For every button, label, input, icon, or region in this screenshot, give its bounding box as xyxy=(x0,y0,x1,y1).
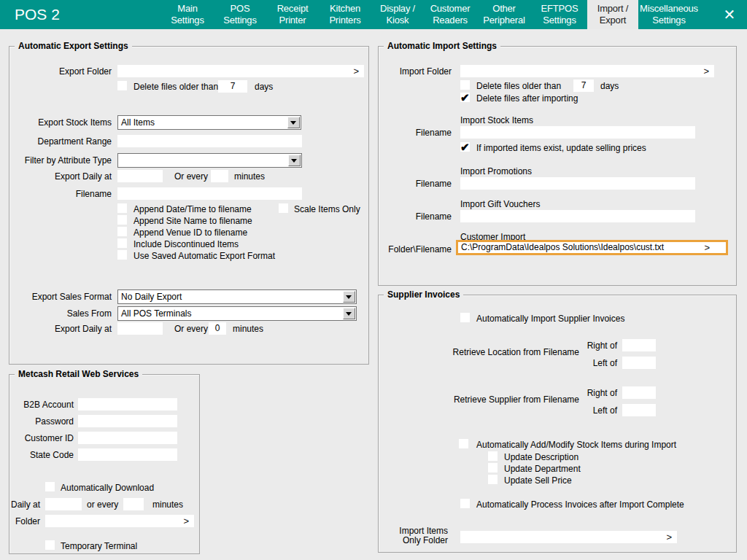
export-folder-field[interactable]: > xyxy=(117,65,364,77)
tab-other-peripheral[interactable]: Other Peripheral xyxy=(476,0,532,29)
location-right-of-label: Right of xyxy=(548,341,617,351)
export-daily-time-field[interactable] xyxy=(117,170,163,182)
stock-filename-field[interactable] xyxy=(460,126,695,139)
delete-files-older-checkbox[interactable] xyxy=(117,81,127,90)
daily-at-field[interactable] xyxy=(45,498,82,510)
auto-add-modify-checkbox[interactable] xyxy=(459,439,468,448)
or-every-minutes-field[interactable] xyxy=(211,170,228,182)
group-title: Supplier Invoices xyxy=(384,289,463,300)
import-delete-older-label: Delete files older than xyxy=(476,81,561,91)
append-datetime-checkbox[interactable] xyxy=(117,203,127,213)
export-stock-items-dropdown[interactable]: All Items xyxy=(117,115,301,130)
import-delete-older-checkbox[interactable] xyxy=(460,80,470,90)
filter-attribute-dropdown[interactable] xyxy=(117,153,302,168)
customer-import-field[interactable]: C:\ProgramData\Idealpos Solutions\Idealp… xyxy=(456,240,728,255)
group-automatic-export-settings: Automatic Export Settings Export Folder … xyxy=(9,46,369,365)
dropdown-arrow-icon[interactable] xyxy=(287,117,300,128)
daily-at-label: Daily at xyxy=(11,499,40,510)
tab-miscellaneous-settings[interactable]: Miscellaneous Settings xyxy=(638,0,700,29)
b2b-account-field[interactable] xyxy=(78,398,177,411)
vouchers-filename-field[interactable] xyxy=(460,210,695,222)
use-saved-format-checkbox[interactable] xyxy=(117,250,127,260)
export-sales-format-dropdown[interactable]: No Daily Export xyxy=(117,289,357,304)
export-filename-field[interactable] xyxy=(117,187,302,200)
customer-id-field[interactable] xyxy=(78,432,177,444)
or-every2-minutes-field[interactable]: 0 xyxy=(209,322,226,335)
update-description-checkbox[interactable] xyxy=(488,451,498,461)
tab-eftpos-settings[interactable]: EFTPOS Settings xyxy=(532,0,587,29)
close-icon[interactable]: ✕ xyxy=(713,0,746,29)
promotions-filename-field[interactable] xyxy=(460,177,695,190)
tab-pos-settings[interactable]: POS Settings xyxy=(214,0,266,29)
import-folder-label: Import Folder xyxy=(379,66,452,77)
tab-bar: Main Settings POS Settings Receipt Print… xyxy=(161,0,700,29)
state-code-field[interactable] xyxy=(78,448,177,461)
import-folder-field[interactable]: > xyxy=(460,65,714,77)
dropdown-arrow-icon[interactable] xyxy=(343,291,355,303)
tab-display-kiosk[interactable]: Display / Kiosk xyxy=(371,0,424,29)
update-sell-price-checkbox[interactable] xyxy=(488,475,498,484)
auto-process-invoices-label: Automatically Process Invoices after Imp… xyxy=(476,499,684,510)
password-field[interactable] xyxy=(78,415,177,427)
delete-files-older-label: Delete files older than xyxy=(133,82,218,92)
export-stock-items-value: All Items xyxy=(121,117,155,128)
or-every2-minutes-value: 0 xyxy=(209,322,226,335)
append-site-name-checkbox[interactable] xyxy=(117,215,127,225)
scale-items-only-checkbox[interactable] xyxy=(279,203,288,213)
update-department-checkbox[interactable] xyxy=(488,463,498,472)
location-right-of-field[interactable] xyxy=(622,339,656,351)
browse-chevron-icon[interactable]: > xyxy=(703,65,709,77)
export-daily2-label: Export Daily at xyxy=(9,324,112,334)
location-left-of-label: Left of xyxy=(548,358,617,368)
browse-chevron-icon[interactable]: > xyxy=(353,65,359,77)
customer-import-value: C:\ProgramData\Idealpos Solutions\Idealp… xyxy=(461,242,664,253)
tab-customer-readers[interactable]: Customer Readers xyxy=(424,0,476,29)
metcash-folder-field[interactable]: > xyxy=(45,515,194,527)
tab-import-export[interactable]: Import / Export xyxy=(587,0,638,29)
customer-id-label: Customer ID xyxy=(9,433,74,443)
tab-main-settings[interactable]: Main Settings xyxy=(161,0,214,29)
location-left-of-field[interactable] xyxy=(622,357,656,369)
days-label: days xyxy=(255,82,273,92)
supplier-left-of-label: Left of xyxy=(548,405,617,416)
auto-download-label: Automatically Download xyxy=(61,483,154,493)
minutes-label: minutes xyxy=(234,171,265,182)
include-discontinued-checkbox[interactable] xyxy=(117,238,127,248)
tab-kitchen-printers[interactable]: Kitchen Printers xyxy=(319,0,371,29)
group-title: Metcash Retail Web Services xyxy=(15,369,142,379)
group-automatic-import-settings: Automatic Import Settings Import Folder … xyxy=(378,46,737,286)
delete-after-importing-label: Delete files after importing xyxy=(476,93,578,104)
dropdown-arrow-icon[interactable] xyxy=(343,308,355,319)
browse-chevron-icon[interactable]: > xyxy=(666,531,672,543)
export-folder-label: Export Folder xyxy=(9,66,112,77)
sales-from-dropdown[interactable]: All POS Terminals xyxy=(117,306,357,321)
export-daily-label: Export Daily at xyxy=(9,171,112,182)
supplier-right-of-field[interactable] xyxy=(622,386,656,399)
auto-add-modify-label: Automatically Add/Modify Stock Items dur… xyxy=(476,440,676,450)
dropdown-arrow-icon[interactable] xyxy=(288,155,301,166)
delete-days-field[interactable]: 7 xyxy=(218,80,247,93)
delete-after-importing-checkbox[interactable]: ✔ xyxy=(460,93,470,102)
b2b-account-label: B2B Account xyxy=(9,400,74,410)
supplier-left-of-field[interactable] xyxy=(622,404,656,416)
auto-download-checkbox[interactable] xyxy=(45,482,55,491)
browse-chevron-icon[interactable]: > xyxy=(183,515,189,527)
append-venue-id-checkbox[interactable] xyxy=(117,227,127,236)
tab-receipt-printer[interactable]: Receipt Printer xyxy=(266,0,319,29)
auto-import-supplier-invoices-checkbox[interactable] xyxy=(460,313,470,322)
metcash-or-every-field[interactable] xyxy=(123,498,144,510)
browse-chevron-icon[interactable]: > xyxy=(704,242,710,253)
auto-process-invoices-checkbox[interactable] xyxy=(460,499,470,508)
or-every-label: Or every xyxy=(174,171,208,182)
update-selling-prices-checkbox[interactable]: ✔ xyxy=(460,142,470,152)
department-range-label: Department Range xyxy=(9,136,112,147)
import-delete-days-field[interactable]: 7 xyxy=(573,79,594,92)
export-daily2-time-field[interactable] xyxy=(117,322,163,335)
sales-from-label: Sales From xyxy=(9,308,112,319)
temporary-terminal-checkbox[interactable] xyxy=(45,540,55,550)
append-datetime-label: Append Date/Time to filename xyxy=(133,204,252,214)
import-promotions-heading: Import Promotions xyxy=(460,166,532,176)
department-range-field[interactable] xyxy=(117,135,302,147)
import-stock-items-heading: Import Stock Items xyxy=(460,115,533,125)
import-items-only-folder-field[interactable]: > xyxy=(460,531,677,543)
